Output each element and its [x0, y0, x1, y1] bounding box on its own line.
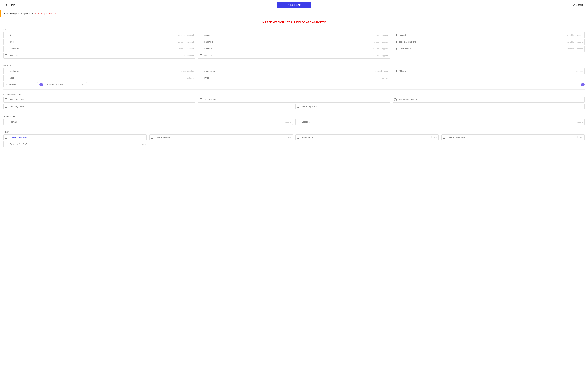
field-post-modified-input[interactable] — [301, 136, 431, 139]
field-date-published: clear — [149, 134, 293, 140]
field-price-checkbox[interactable] — [200, 77, 202, 79]
field-longitude-input[interactable] — [9, 47, 176, 51]
plus-button[interactable]: + — [80, 82, 85, 87]
field-latitude-checkbox[interactable] — [200, 47, 202, 50]
field-post-status-input[interactable] — [9, 98, 192, 101]
field-thumbnail-checkbox[interactable] — [5, 136, 7, 138]
field-ping-status-input[interactable] — [9, 105, 293, 108]
field-post-type-input[interactable] — [203, 98, 390, 101]
field-formato-input[interactable] — [9, 120, 283, 124]
field-post-modified-gmt-clear[interactable]: clear — [141, 143, 148, 145]
field-content-append: append — [381, 34, 390, 36]
field-trackbacks-input[interactable] — [398, 40, 566, 44]
field-fuel-type-input[interactable] — [203, 54, 371, 57]
numeric-row2-empty — [393, 75, 585, 81]
no-rounding-input[interactable] — [3, 82, 38, 87]
field-password-input[interactable] — [203, 40, 371, 44]
field-post-type — [198, 97, 390, 102]
field-post-modified-gmt-checkbox[interactable] — [5, 143, 7, 146]
numeric-section-label: numeric — [3, 64, 585, 67]
free-warning: IN FREE VERSION NOT ALL FIELDS ARE ACTIV… — [3, 18, 585, 25]
field-post-type-checkbox[interactable] — [200, 98, 202, 101]
field-date-published-gmt-checkbox[interactable] — [443, 136, 445, 138]
field-price-input[interactable] — [203, 76, 380, 80]
field-title: variable append — [3, 32, 195, 38]
other-row-1: select thumbnail clear clear clear — [3, 134, 585, 140]
field-post-modified-checkbox[interactable] — [297, 136, 299, 138]
main-content: IN FREE VERSION NOT ALL FIELDS ARE ACTIV… — [0, 17, 588, 154]
field-post-modified-gmt-input[interactable] — [9, 142, 141, 146]
bulk-edit-button[interactable]: ✎ Bulk Edit — [277, 2, 311, 8]
field-date-published-input[interactable] — [155, 136, 285, 139]
field-content-input[interactable] — [203, 33, 371, 37]
field-body-type-checkbox[interactable] — [5, 55, 7, 57]
field-year-input[interactable] — [9, 76, 186, 80]
field-date-published-checkbox[interactable] — [151, 136, 153, 138]
field-sticky-posts-checkbox[interactable] — [297, 105, 299, 108]
field-post-parent-input[interactable] — [9, 69, 178, 73]
field-ping-status-checkbox[interactable] — [5, 105, 7, 108]
numeric-extra-row: i + i — [3, 82, 585, 87]
field-latitude-input[interactable] — [203, 47, 371, 51]
field-post-parent-checkbox[interactable] — [5, 70, 7, 72]
field-fuel-type-append: append — [381, 55, 390, 57]
field-longitude-checkbox[interactable] — [5, 47, 7, 50]
field-post-modified-gmt: clear — [3, 141, 148, 147]
field-sticky-posts-input[interactable] — [301, 105, 585, 108]
field-mileage-input[interactable] — [398, 69, 575, 73]
info-icon-right[interactable]: i — [581, 83, 585, 86]
field-color-exterior-input[interactable] — [398, 47, 566, 51]
filters-button[interactable]: ▼ Filters — [5, 4, 15, 6]
select-thumbnail-button[interactable]: select thumbnail — [10, 135, 29, 139]
text-row-3: variable append variable append variable… — [3, 46, 585, 52]
field-excerpt-input[interactable] — [398, 33, 566, 37]
export-button[interactable]: ↗ Export — [573, 4, 583, 6]
selected-num-fields-input[interactable] — [45, 82, 79, 87]
field-slug-variable: variable — [176, 41, 186, 43]
selected-num-row: + i — [45, 82, 585, 87]
field-price: set new — [198, 75, 390, 81]
selected-num-value-input[interactable] — [86, 82, 580, 87]
field-date-published-gmt-clear[interactable]: clear — [577, 136, 584, 138]
field-date-published-gmt: clear — [441, 134, 585, 140]
field-menu-order-checkbox[interactable] — [200, 70, 202, 72]
field-password-append: append — [381, 41, 390, 43]
info-icon-left[interactable]: i — [39, 83, 43, 86]
field-title-checkbox[interactable] — [5, 34, 7, 36]
field-locations-checkbox[interactable] — [297, 121, 299, 123]
field-slug-append: append — [186, 41, 195, 43]
field-post-modified-clear[interactable]: clear — [431, 136, 438, 138]
field-date-published-gmt-input[interactable] — [447, 136, 577, 139]
field-title-input[interactable] — [9, 33, 176, 37]
field-mileage-checkbox[interactable] — [394, 70, 397, 72]
field-formato-checkbox[interactable] — [5, 121, 7, 123]
field-menu-order-input[interactable] — [203, 69, 372, 73]
field-longitude: variable append — [3, 46, 195, 52]
field-fuel-type-checkbox[interactable] — [200, 55, 202, 57]
numeric-row-2: set new set new — [3, 75, 585, 81]
text-row-1: variable append variable append variable… — [3, 32, 585, 38]
field-color-exterior: variable append — [393, 46, 585, 52]
field-password-checkbox[interactable] — [200, 41, 202, 43]
field-comment-status-input[interactable] — [398, 98, 584, 101]
filter-icon: ▼ — [5, 4, 8, 6]
field-formato: append — [3, 119, 293, 125]
bulk-edit-label: ✎ Bulk Edit — [287, 3, 300, 7]
field-locations-input[interactable] — [301, 120, 575, 124]
field-color-exterior-append: append — [575, 48, 584, 50]
field-date-published-clear[interactable]: clear — [286, 136, 293, 138]
field-comment-status-checkbox[interactable] — [394, 98, 397, 101]
field-trackbacks-variable: variable — [566, 41, 575, 43]
other-row-2: clear — [3, 141, 585, 147]
field-year-checkbox[interactable] — [5, 77, 7, 79]
field-content-checkbox[interactable] — [200, 34, 202, 36]
field-slug-input[interactable] — [9, 40, 176, 44]
field-post-status-checkbox[interactable] — [5, 98, 7, 101]
field-color-exterior-checkbox[interactable] — [394, 47, 397, 50]
field-body-type-input[interactable] — [9, 54, 176, 57]
field-trackbacks-checkbox[interactable] — [394, 41, 397, 43]
field-body-type-variable: variable — [176, 55, 186, 57]
field-post-modified: clear — [295, 134, 439, 140]
field-slug-checkbox[interactable] — [5, 41, 7, 43]
field-excerpt-checkbox[interactable] — [394, 34, 397, 36]
